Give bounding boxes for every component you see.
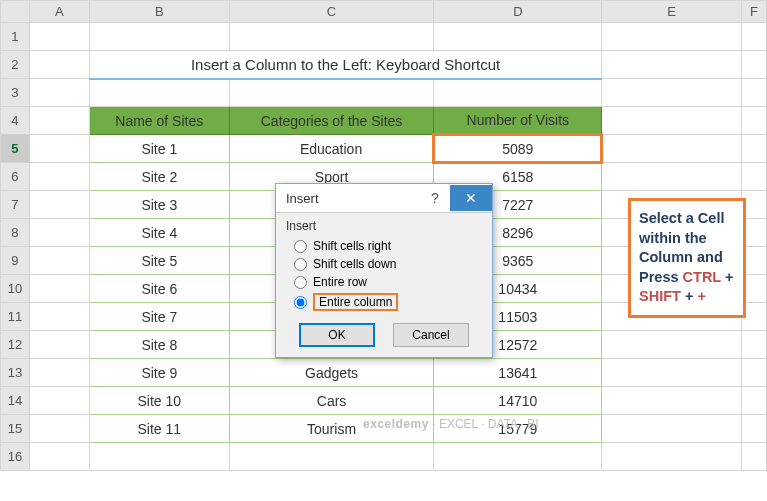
help-icon[interactable]: ? (420, 190, 450, 206)
cell[interactable] (434, 79, 602, 107)
cell[interactable] (89, 443, 229, 471)
cell[interactable] (602, 359, 742, 387)
table-cell[interactable]: Site 8 (89, 331, 229, 359)
cell[interactable] (29, 163, 89, 191)
row-header-12[interactable]: 12 (1, 331, 30, 359)
row-header-14[interactable]: 14 (1, 387, 30, 415)
row-header-8[interactable]: 8 (1, 219, 30, 247)
radio-shift-right[interactable]: Shift cells right (286, 237, 482, 255)
cell[interactable] (602, 415, 742, 443)
cell[interactable] (602, 79, 742, 107)
radio-input[interactable] (294, 240, 307, 253)
row-header-2[interactable]: 2 (1, 51, 30, 79)
row-header-1[interactable]: 1 (1, 23, 30, 51)
cancel-button[interactable]: Cancel (393, 323, 469, 347)
col-header-E[interactable]: E (602, 1, 742, 23)
cell[interactable] (434, 443, 602, 471)
table-cell[interactable]: Site 3 (89, 191, 229, 219)
close-icon[interactable]: ✕ (450, 185, 492, 211)
table-header[interactable]: Name of Sites (89, 107, 229, 135)
table-cell[interactable]: Site 2 (89, 163, 229, 191)
cell[interactable] (229, 23, 434, 51)
row-header-6[interactable]: 6 (1, 163, 30, 191)
cell[interactable] (29, 247, 89, 275)
radio-entire-row[interactable]: Entire row (286, 273, 482, 291)
cell[interactable] (29, 443, 89, 471)
cell[interactable] (29, 331, 89, 359)
cell[interactable] (602, 443, 742, 471)
cell[interactable] (29, 359, 89, 387)
cell[interactable] (602, 107, 742, 135)
cell[interactable] (29, 191, 89, 219)
cell[interactable] (29, 135, 89, 163)
cell[interactable] (741, 23, 766, 51)
cell[interactable] (29, 23, 89, 51)
cell[interactable] (602, 23, 742, 51)
row-header-9[interactable]: 9 (1, 247, 30, 275)
table-cell[interactable]: Site 5 (89, 247, 229, 275)
col-header-B[interactable]: B (89, 1, 229, 23)
cell[interactable] (741, 135, 766, 163)
table-cell[interactable]: 14710 (434, 387, 602, 415)
radio-entire-column[interactable]: Entire column (286, 291, 482, 313)
cell[interactable] (602, 163, 742, 191)
radio-input[interactable] (294, 276, 307, 289)
cell[interactable] (741, 107, 766, 135)
cell[interactable] (741, 331, 766, 359)
table-cell[interactable]: Education (229, 135, 434, 163)
cell[interactable] (602, 387, 742, 415)
ok-button[interactable]: OK (299, 323, 375, 347)
dialog-titlebar[interactable]: Insert ? ✕ (276, 184, 492, 213)
table-cell[interactable]: Gadgets (229, 359, 434, 387)
cell[interactable] (741, 359, 766, 387)
cell[interactable] (602, 331, 742, 359)
selected-cell[interactable]: 5089 (434, 135, 602, 163)
table-cell[interactable]: Site 7 (89, 303, 229, 331)
row-header-4[interactable]: 4 (1, 107, 30, 135)
select-all-corner[interactable] (1, 1, 30, 23)
row-header-11[interactable]: 11 (1, 303, 30, 331)
cell[interactable] (29, 107, 89, 135)
table-cell[interactable]: Site 11 (89, 415, 229, 443)
cell[interactable] (741, 387, 766, 415)
row-header-5[interactable]: 5 (1, 135, 30, 163)
table-cell[interactable]: 13641 (434, 359, 602, 387)
row-header-16[interactable]: 16 (1, 443, 30, 471)
col-header-D[interactable]: D (434, 1, 602, 23)
cell[interactable] (741, 443, 766, 471)
col-header-A[interactable]: A (29, 1, 89, 23)
row-header-15[interactable]: 15 (1, 415, 30, 443)
cell[interactable] (89, 23, 229, 51)
row-header-10[interactable]: 10 (1, 275, 30, 303)
cell[interactable] (602, 51, 742, 79)
row-header-3[interactable]: 3 (1, 79, 30, 107)
cell[interactable] (741, 79, 766, 107)
table-cell[interactable]: Site 9 (89, 359, 229, 387)
radio-shift-down[interactable]: Shift cells down (286, 255, 482, 273)
radio-input[interactable] (294, 296, 307, 309)
table-header[interactable]: Categories of the Sites (229, 107, 434, 135)
radio-input[interactable] (294, 258, 307, 271)
cell[interactable] (741, 51, 766, 79)
cell[interactable] (29, 219, 89, 247)
table-header[interactable]: Number of Visits (434, 107, 602, 135)
table-cell[interactable]: Site 4 (89, 219, 229, 247)
cell[interactable] (741, 163, 766, 191)
table-cell[interactable]: Site 6 (89, 275, 229, 303)
row-header-13[interactable]: 13 (1, 359, 30, 387)
cell[interactable] (434, 23, 602, 51)
cell[interactable] (602, 135, 742, 163)
col-header-C[interactable]: C (229, 1, 434, 23)
col-header-F[interactable]: F (741, 1, 766, 23)
cell[interactable] (29, 415, 89, 443)
cell[interactable] (29, 275, 89, 303)
page-title[interactable]: Insert a Column to the Left: Keyboard Sh… (89, 51, 601, 79)
cell[interactable] (89, 79, 229, 107)
cell[interactable] (229, 79, 434, 107)
cell[interactable] (29, 303, 89, 331)
cell[interactable] (229, 443, 434, 471)
table-cell[interactable]: Cars (229, 387, 434, 415)
table-cell[interactable]: Site 1 (89, 135, 229, 163)
cell[interactable] (29, 387, 89, 415)
cell[interactable] (29, 51, 89, 79)
